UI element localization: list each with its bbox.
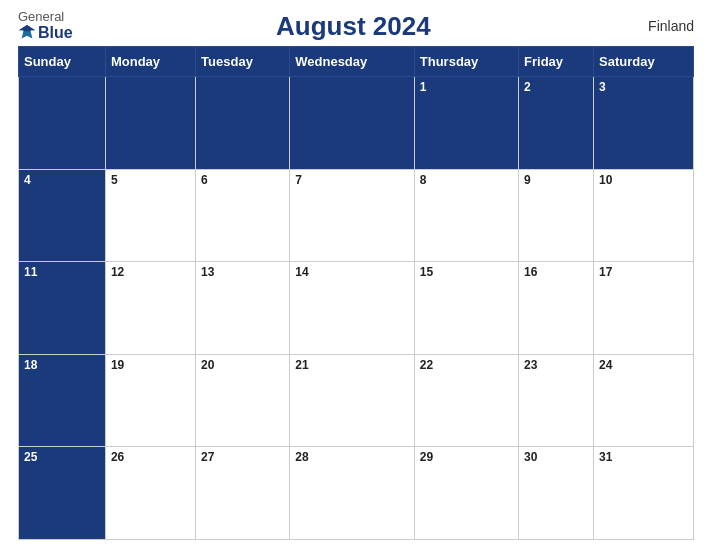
calendar-day-5: 5 [105,169,195,262]
calendar-day-22: 22 [414,354,518,447]
calendar-day-30: 30 [519,447,594,540]
weekday-header-friday: Friday [519,47,594,77]
calendar-day-25: 25 [19,447,106,540]
day-number: 21 [295,358,308,372]
day-number: 14 [295,265,308,279]
calendar-day-1: 1 [414,77,518,170]
logo: General Blue [18,10,73,42]
calendar-day-20: 20 [196,354,290,447]
day-number: 24 [599,358,612,372]
calendar-week-row: 25262728293031 [19,447,694,540]
day-number: 28 [295,450,308,464]
calendar-day-15: 15 [414,262,518,355]
calendar-day-4: 4 [19,169,106,262]
calendar-table: SundayMondayTuesdayWednesdayThursdayFrid… [18,46,694,540]
calendar-day-24: 24 [594,354,694,447]
calendar-day-29: 29 [414,447,518,540]
calendar-day-17: 17 [594,262,694,355]
calendar-day-16: 16 [519,262,594,355]
calendar-day-28: 28 [290,447,415,540]
calendar-week-row: 123 [19,77,694,170]
calendar-day-11: 11 [19,262,106,355]
day-number: 22 [420,358,433,372]
day-number: 17 [599,265,612,279]
calendar-day-26: 26 [105,447,195,540]
day-number: 11 [24,265,37,279]
calendar-day-9: 9 [519,169,594,262]
calendar-day-12: 12 [105,262,195,355]
calendar-day-8: 8 [414,169,518,262]
calendar-day-21: 21 [290,354,415,447]
country-label: Finland [634,18,694,34]
calendar-day-10: 10 [594,169,694,262]
day-number: 26 [111,450,124,464]
weekday-header-thursday: Thursday [414,47,518,77]
calendar-day-empty [19,77,106,170]
calendar-week-row: 18192021222324 [19,354,694,447]
calendar-day-18: 18 [19,354,106,447]
day-number: 12 [111,265,124,279]
day-number: 19 [111,358,124,372]
calendar-day-6: 6 [196,169,290,262]
logo-blue-label: Blue [38,24,73,42]
top-bar: General Blue August 2024 Finland [18,10,694,42]
day-number: 4 [24,173,31,187]
weekday-header-monday: Monday [105,47,195,77]
calendar-day-3: 3 [594,77,694,170]
day-number: 2 [524,80,531,94]
day-number: 16 [524,265,537,279]
weekday-header-tuesday: Tuesday [196,47,290,77]
day-number: 18 [24,358,37,372]
day-number: 13 [201,265,214,279]
day-number: 23 [524,358,537,372]
day-number: 29 [420,450,433,464]
calendar-day-13: 13 [196,262,290,355]
day-number: 6 [201,173,208,187]
day-number: 5 [111,173,118,187]
calendar-day-19: 19 [105,354,195,447]
day-number: 15 [420,265,433,279]
day-number: 9 [524,173,531,187]
calendar-week-row: 45678910 [19,169,694,262]
logo-general-text: General [18,10,64,24]
day-number: 30 [524,450,537,464]
weekday-header-saturday: Saturday [594,47,694,77]
calendar-day-empty [290,77,415,170]
day-number: 27 [201,450,214,464]
calendar-day-14: 14 [290,262,415,355]
calendar-day-2: 2 [519,77,594,170]
calendar-day-27: 27 [196,447,290,540]
calendar-day-7: 7 [290,169,415,262]
weekday-header-row: SundayMondayTuesdayWednesdayThursdayFrid… [19,47,694,77]
calendar-title: August 2024 [73,11,634,42]
weekday-header-sunday: Sunday [19,47,106,77]
calendar-day-empty [196,77,290,170]
calendar-day-31: 31 [594,447,694,540]
day-number: 20 [201,358,214,372]
day-number: 8 [420,173,427,187]
weekday-header-wednesday: Wednesday [290,47,415,77]
day-number: 1 [420,80,427,94]
calendar-week-row: 11121314151617 [19,262,694,355]
calendar-day-23: 23 [519,354,594,447]
day-number: 7 [295,173,302,187]
bird-icon [18,24,36,42]
calendar-day-empty [105,77,195,170]
day-number: 25 [24,450,37,464]
day-number: 31 [599,450,612,464]
day-number: 3 [599,80,606,94]
day-number: 10 [599,173,612,187]
logo-blue-text: Blue [18,24,73,42]
